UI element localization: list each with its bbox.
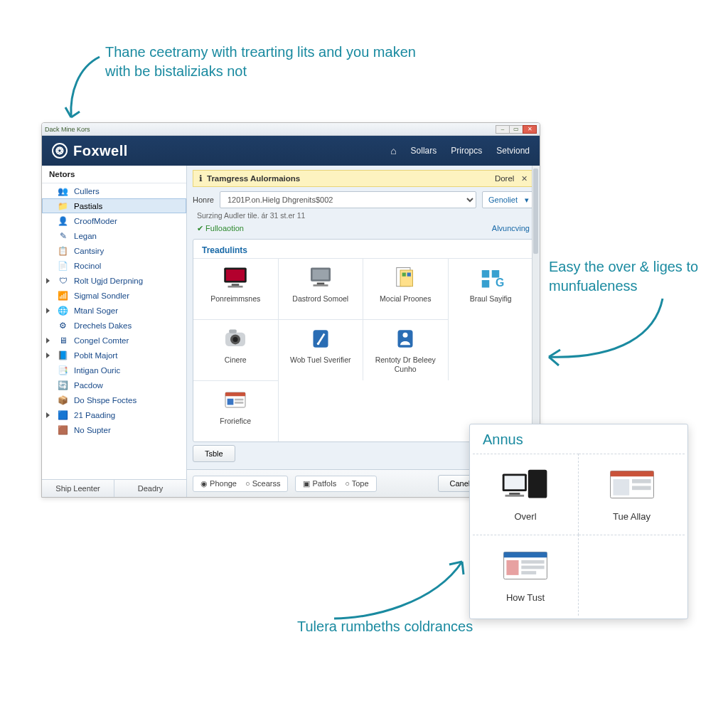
footer-opt-phonge[interactable]: ◉ Phonge [200, 479, 237, 488]
svg-rect-40 [504, 552, 547, 558]
message-bar-text: Tramgress Aulormaions [207, 174, 300, 183]
sidebar-item-0[interactable]: 👥Cullers [42, 183, 186, 198]
sidebar-item-5[interactable]: 📄Rocinol [42, 258, 186, 273]
sidebar-item-label: Pastials [74, 202, 102, 210]
expand-icon[interactable] [46, 308, 50, 314]
sidebar-item-icon: 👤 [58, 215, 68, 226]
tile-icon [390, 264, 420, 290]
nav-link-2[interactable]: Setviond [496, 146, 530, 156]
sidebar: Netors 👥Cullers📁Pastials👤CroofModer✎Lega… [42, 166, 187, 497]
sidebar-item-16[interactable]: 🟫No Supter [42, 422, 186, 437]
svg-rect-25 [225, 392, 245, 396]
popup-title: Annus [473, 432, 685, 454]
sidebar-item-icon: 📘 [58, 350, 68, 360]
sidebar-item-icon: 🔄 [58, 380, 68, 390]
expand-icon[interactable] [46, 338, 50, 343]
tile-0[interactable]: Ponreimmsnes [193, 258, 279, 319]
footer-opt-scearss[interactable]: ○ Scearss [245, 479, 280, 488]
svg-rect-33 [505, 495, 525, 497]
popup-cell-0[interactable]: Overl [473, 454, 579, 535]
tile-4[interactable]: Cinere [193, 319, 279, 380]
annotation-bottom: Tulera rumbeths coldrances [297, 617, 482, 636]
sidebar-item-12[interactable]: 📑Intigan Ouric [42, 363, 186, 378]
tile-8[interactable]: Froriefice [193, 380, 279, 441]
sidebar-item-9[interactable]: ⚙Drechels Dakes [42, 318, 186, 333]
tile-6[interactable]: Rentoty Dr Beleey Cunho [363, 319, 449, 380]
sidebar-item-icon: ⚙ [58, 320, 68, 331]
sidebar-item-14[interactable]: 📦Do Shspe Foctes [42, 392, 186, 407]
main-select[interactable]: 1201P.on.Hielg Dhgrenits$002 [220, 191, 476, 208]
svg-rect-42 [521, 560, 544, 564]
tile-2[interactable]: Mocial Proones [363, 258, 449, 319]
svg-rect-43 [521, 566, 544, 569]
sidebar-item-label: Rocinol [74, 262, 101, 270]
scrollbar-thumb[interactable] [533, 168, 538, 254]
window-maximize-button[interactable]: ▭ [509, 125, 523, 134]
sidebar-item-icon: 👥 [58, 186, 68, 196]
table-button[interactable]: Tsble [193, 445, 235, 462]
home-icon[interactable]: ⌂ [390, 145, 396, 156]
sidebar-item-label: No Supter [74, 426, 111, 434]
expand-icon[interactable] [46, 412, 50, 418]
sidebar-item-4[interactable]: 📋Cantsiry [42, 243, 186, 258]
window-close-button[interactable]: ✕ [523, 125, 537, 134]
svg-text:G: G [496, 276, 504, 288]
tile-icon [306, 264, 336, 290]
sidebar-item-7[interactable]: 📶Sigmal Sondler [42, 288, 186, 303]
popup-cell-1[interactable]: Tue Allay [579, 454, 685, 535]
status-link[interactable]: Alvuncving [492, 224, 530, 233]
nav-link-0[interactable]: Sollars [411, 146, 437, 156]
tile-icon [220, 387, 250, 412]
sidebar-item-3[interactable]: ✎Legan [42, 228, 186, 243]
sidebar-item-8[interactable]: 🌐Mtanl Soger [42, 303, 186, 318]
sidebar-footer-button-1[interactable]: Deadry [114, 480, 186, 497]
svg-rect-36 [613, 479, 629, 496]
sidebar-item-icon: 🛡 [58, 275, 68, 286]
tile-5[interactable]: Wob Tuel Sverifier [279, 319, 364, 380]
svg-rect-14 [482, 280, 490, 288]
popup-cell-label: Overl [514, 511, 536, 522]
sidebar-list: 👥Cullers📁Pastials👤CroofModer✎Legan📋Cants… [42, 183, 186, 479]
sidebar-item-15[interactable]: 🟦21 Paading [42, 407, 186, 422]
sidebar-item-icon: 📦 [58, 395, 68, 405]
annotation-right: Easy the over & liges to munfualeness [549, 257, 712, 296]
svg-rect-6 [317, 282, 325, 284]
popup-cell-2[interactable]: How Tust [473, 535, 579, 616]
annotation-top: Thane ceetramy with trearting lits and y… [105, 43, 432, 81]
footer-opt-patfols[interactable]: ▣ Patfols [303, 479, 336, 488]
message-bar-close-icon[interactable]: ✕ [521, 174, 528, 183]
svg-rect-5 [312, 269, 328, 279]
expand-icon[interactable] [46, 353, 50, 358]
sidebar-item-10[interactable]: 🖥Congel Comter [42, 333, 186, 348]
sidebar-item-label: CroofModer [74, 217, 117, 225]
svg-rect-35 [610, 471, 653, 477]
footer-seg-2: ▣ Patfols ○ Tope [295, 476, 376, 492]
brand-bar: ❂ Foxwell ⌂ Sollars Priropcs Setviond [42, 136, 540, 166]
sidebar-item-1[interactable]: 📁Pastials [42, 198, 186, 213]
window-minimize-button[interactable]: – [496, 125, 510, 134]
svg-rect-19 [230, 329, 237, 333]
message-bar-action[interactable]: Dorel [495, 174, 514, 183]
sidebar-footer-button-0[interactable]: Ship Leenter [42, 480, 114, 497]
nav-link-1[interactable]: Priropcs [451, 146, 482, 156]
sidebar-item-13[interactable]: 🔄Pacdow [42, 378, 186, 392]
svg-rect-29 [528, 470, 547, 498]
sidebar-item-2[interactable]: 👤CroofModer [42, 213, 186, 228]
titlebar: Dack Mine Kors – ▭ ✕ [42, 123, 540, 136]
tile-3[interactable]: GBraul Sayifig [449, 258, 534, 319]
sidebar-item-11[interactable]: 📘Poblt Majort [42, 348, 186, 363]
tile-icon: G [476, 264, 505, 290]
tiles-card: Treadulints PonreimmsnesDastrord SomoelM… [193, 239, 534, 442]
sidebar-item-6[interactable]: 🛡Rolt Ugjd Derpning [42, 273, 186, 288]
sidebar-item-label: Cantsiry [74, 247, 104, 255]
svg-rect-9 [400, 270, 413, 287]
info-icon: ℹ [199, 173, 203, 183]
window-title: Dack Mine Kors [45, 126, 90, 133]
expand-icon[interactable] [46, 278, 50, 284]
svg-rect-37 [632, 479, 651, 483]
svg-rect-2 [232, 284, 240, 286]
footer-opt-tope[interactable]: ○ Tope [345, 479, 368, 488]
sidebar-item-label: Mtanl Soger [74, 306, 118, 315]
tile-1[interactable]: Dastrord Somoel [279, 258, 364, 319]
combo-button[interactable]: Genoliet [482, 191, 534, 208]
